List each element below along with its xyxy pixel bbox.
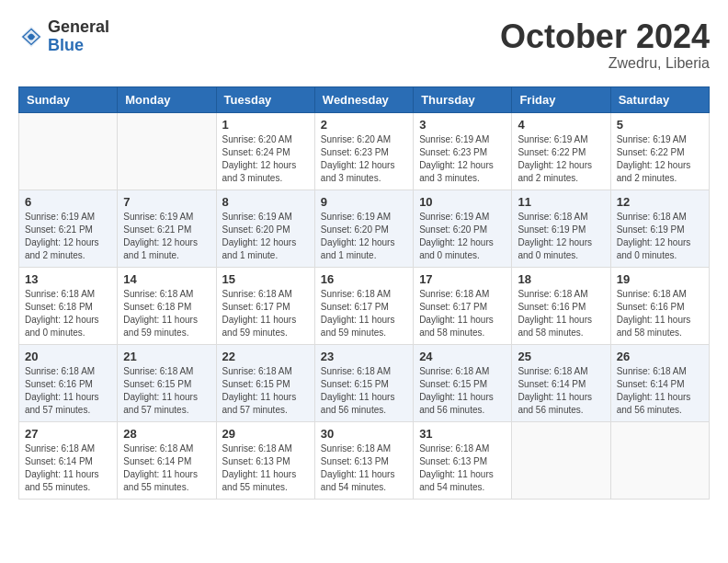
day-number: 12 <box>617 195 703 209</box>
calendar-cell <box>610 421 709 499</box>
day-number: 27 <box>25 427 111 441</box>
day-info: Sunrise: 6:18 AM Sunset: 6:15 PM Dayligh… <box>222 365 309 417</box>
title-section: October 2024 Zwedru, Liberia <box>500 18 710 72</box>
day-info: Sunrise: 6:18 AM Sunset: 6:15 PM Dayligh… <box>123 365 210 417</box>
day-info: Sunrise: 6:18 AM Sunset: 6:16 PM Dayligh… <box>617 288 703 339</box>
day-number: 3 <box>419 118 506 132</box>
day-info: Sunrise: 6:18 AM Sunset: 6:16 PM Dayligh… <box>25 365 111 417</box>
calendar-cell: 18Sunrise: 6:18 AM Sunset: 6:16 PM Dayli… <box>512 267 610 344</box>
day-info: Sunrise: 6:18 AM Sunset: 6:14 PM Dayligh… <box>25 442 111 494</box>
day-number: 21 <box>123 350 210 363</box>
day-header-thursday: Thursday <box>414 86 512 112</box>
day-info: Sunrise: 6:19 AM Sunset: 6:20 PM Dayligh… <box>222 211 309 262</box>
day-number: 8 <box>222 195 309 209</box>
calendar-container: General Blue October 2024 Zwedru, Liberi… <box>0 0 728 563</box>
calendar-week-4: 20Sunrise: 6:18 AM Sunset: 6:16 PM Dayli… <box>19 344 710 421</box>
calendar-cell: 31Sunrise: 6:18 AM Sunset: 6:13 PM Dayli… <box>414 421 512 499</box>
day-info: Sunrise: 6:18 AM Sunset: 6:15 PM Dayligh… <box>321 365 407 417</box>
day-info: Sunrise: 6:19 AM Sunset: 6:22 PM Dayligh… <box>518 133 604 185</box>
calendar-cell: 30Sunrise: 6:18 AM Sunset: 6:13 PM Dayli… <box>314 421 413 499</box>
day-header-tuesday: Tuesday <box>216 86 314 112</box>
logo-general-text: General <box>48 18 109 37</box>
calendar-cell: 7Sunrise: 6:19 AM Sunset: 6:21 PM Daylig… <box>118 190 216 267</box>
month-title: October 2024 <box>500 18 710 55</box>
calendar-cell: 2Sunrise: 6:20 AM Sunset: 6:23 PM Daylig… <box>314 112 413 190</box>
calendar-cell: 23Sunrise: 6:18 AM Sunset: 6:15 PM Dayli… <box>314 344 413 421</box>
calendar-cell: 26Sunrise: 6:18 AM Sunset: 6:14 PM Dayli… <box>610 344 709 421</box>
day-number: 25 <box>518 350 604 363</box>
day-header-saturday: Saturday <box>610 86 709 112</box>
calendar-cell: 17Sunrise: 6:18 AM Sunset: 6:17 PM Dayli… <box>414 267 512 344</box>
logo-icon <box>18 24 44 50</box>
day-info: Sunrise: 6:18 AM Sunset: 6:14 PM Dayligh… <box>617 365 703 417</box>
calendar-cell: 9Sunrise: 6:19 AM Sunset: 6:20 PM Daylig… <box>314 190 413 267</box>
day-number: 9 <box>321 195 407 209</box>
day-info: Sunrise: 6:18 AM Sunset: 6:14 PM Dayligh… <box>518 365 604 417</box>
header-row: SundayMondayTuesdayWednesdayThursdayFrid… <box>19 86 710 112</box>
calendar-cell: 25Sunrise: 6:18 AM Sunset: 6:14 PM Dayli… <box>512 344 610 421</box>
calendar-cell: 21Sunrise: 6:18 AM Sunset: 6:15 PM Dayli… <box>118 344 216 421</box>
calendar-cell: 16Sunrise: 6:18 AM Sunset: 6:17 PM Dayli… <box>314 267 413 344</box>
day-number: 13 <box>25 272 111 286</box>
calendar-week-3: 13Sunrise: 6:18 AM Sunset: 6:18 PM Dayli… <box>19 267 710 344</box>
day-number: 4 <box>518 118 604 132</box>
location-title: Zwedru, Liberia <box>500 55 710 72</box>
calendar-table: SundayMondayTuesdayWednesdayThursdayFrid… <box>18 86 710 500</box>
day-header-monday: Monday <box>118 86 216 112</box>
calendar-cell: 24Sunrise: 6:18 AM Sunset: 6:15 PM Dayli… <box>414 344 512 421</box>
day-number: 17 <box>419 272 506 286</box>
day-number: 2 <box>321 118 407 132</box>
day-info: Sunrise: 6:19 AM Sunset: 6:20 PM Dayligh… <box>419 211 506 262</box>
day-number: 24 <box>419 350 506 363</box>
calendar-cell: 19Sunrise: 6:18 AM Sunset: 6:16 PM Dayli… <box>610 267 709 344</box>
day-number: 14 <box>123 272 210 286</box>
day-info: Sunrise: 6:18 AM Sunset: 6:16 PM Dayligh… <box>518 288 604 339</box>
calendar-cell <box>512 421 610 499</box>
day-info: Sunrise: 6:19 AM Sunset: 6:20 PM Dayligh… <box>321 211 407 262</box>
day-number: 30 <box>321 427 407 441</box>
day-number: 1 <box>222 118 309 132</box>
day-number: 16 <box>321 272 407 286</box>
calendar-cell: 14Sunrise: 6:18 AM Sunset: 6:18 PM Dayli… <box>118 267 216 344</box>
day-number: 31 <box>419 427 506 441</box>
day-info: Sunrise: 6:18 AM Sunset: 6:13 PM Dayligh… <box>321 442 407 494</box>
day-number: 26 <box>617 350 703 363</box>
calendar-cell: 8Sunrise: 6:19 AM Sunset: 6:20 PM Daylig… <box>216 190 314 267</box>
day-number: 23 <box>321 350 407 363</box>
calendar-cell: 28Sunrise: 6:18 AM Sunset: 6:14 PM Dayli… <box>118 421 216 499</box>
calendar-cell: 4Sunrise: 6:19 AM Sunset: 6:22 PM Daylig… <box>512 112 610 190</box>
day-info: Sunrise: 6:18 AM Sunset: 6:17 PM Dayligh… <box>321 288 407 339</box>
day-header-wednesday: Wednesday <box>314 86 413 112</box>
day-number: 19 <box>617 272 703 286</box>
day-info: Sunrise: 6:18 AM Sunset: 6:19 PM Dayligh… <box>617 211 703 262</box>
day-number: 5 <box>617 118 703 132</box>
day-number: 6 <box>25 195 111 209</box>
day-info: Sunrise: 6:18 AM Sunset: 6:18 PM Dayligh… <box>25 288 111 339</box>
day-info: Sunrise: 6:19 AM Sunset: 6:21 PM Dayligh… <box>123 211 210 262</box>
calendar-week-2: 6Sunrise: 6:19 AM Sunset: 6:21 PM Daylig… <box>19 190 710 267</box>
calendar-cell: 10Sunrise: 6:19 AM Sunset: 6:20 PM Dayli… <box>414 190 512 267</box>
calendar-cell: 29Sunrise: 6:18 AM Sunset: 6:13 PM Dayli… <box>216 421 314 499</box>
calendar-cell: 20Sunrise: 6:18 AM Sunset: 6:16 PM Dayli… <box>19 344 118 421</box>
calendar-week-1: 1Sunrise: 6:20 AM Sunset: 6:24 PM Daylig… <box>19 112 710 190</box>
day-info: Sunrise: 6:20 AM Sunset: 6:24 PM Dayligh… <box>222 133 309 185</box>
day-info: Sunrise: 6:18 AM Sunset: 6:19 PM Dayligh… <box>518 211 604 262</box>
day-number: 22 <box>222 350 309 363</box>
calendar-cell <box>118 112 216 190</box>
logo-text: General Blue <box>48 18 109 55</box>
day-info: Sunrise: 6:19 AM Sunset: 6:23 PM Dayligh… <box>419 133 506 185</box>
calendar-cell: 22Sunrise: 6:18 AM Sunset: 6:15 PM Dayli… <box>216 344 314 421</box>
day-info: Sunrise: 6:18 AM Sunset: 6:17 PM Dayligh… <box>419 288 506 339</box>
logo-blue-text: Blue <box>48 37 109 55</box>
header: General Blue October 2024 Zwedru, Liberi… <box>18 18 710 72</box>
day-info: Sunrise: 6:19 AM Sunset: 6:22 PM Dayligh… <box>617 133 703 185</box>
day-number: 15 <box>222 272 309 286</box>
day-number: 18 <box>518 272 604 286</box>
calendar-cell <box>19 112 118 190</box>
day-number: 7 <box>123 195 210 209</box>
day-info: Sunrise: 6:20 AM Sunset: 6:23 PM Dayligh… <box>321 133 407 185</box>
calendar-cell: 3Sunrise: 6:19 AM Sunset: 6:23 PM Daylig… <box>414 112 512 190</box>
calendar-cell: 13Sunrise: 6:18 AM Sunset: 6:18 PM Dayli… <box>19 267 118 344</box>
calendar-cell: 5Sunrise: 6:19 AM Sunset: 6:22 PM Daylig… <box>610 112 709 190</box>
calendar-cell: 27Sunrise: 6:18 AM Sunset: 6:14 PM Dayli… <box>19 421 118 499</box>
